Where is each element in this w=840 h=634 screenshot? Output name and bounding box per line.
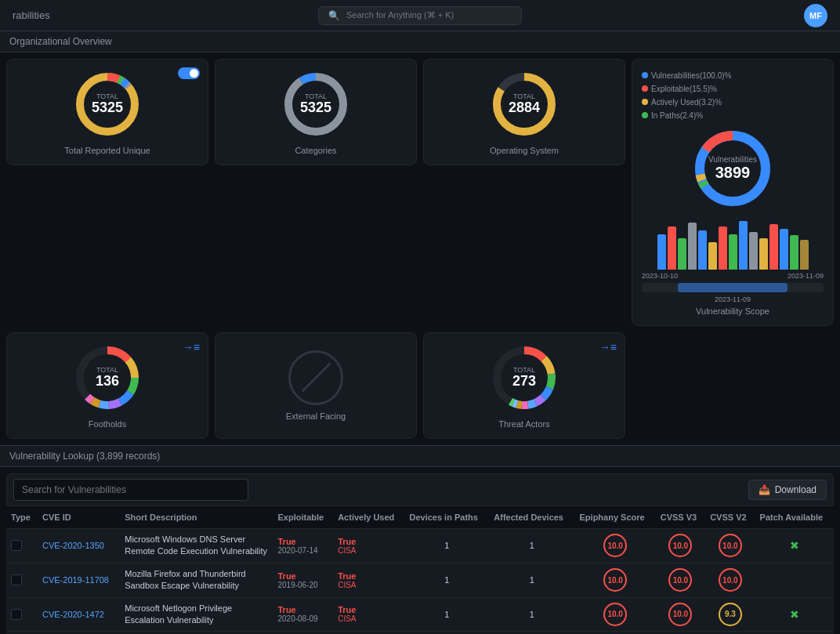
col-description: Short Description xyxy=(120,506,273,529)
donut-threat-actors-center: TOTAL 273 xyxy=(512,366,536,389)
exploitable-date: 2019-06-20 xyxy=(277,581,328,589)
table-toolbar: 📥 Download xyxy=(6,473,834,506)
cell-description: Microsoft Windows DNS Server Remote Code… xyxy=(120,529,273,563)
cell-description: Microsoft Netlogon Privilege Escalation … xyxy=(120,597,273,632)
cell-patch xyxy=(755,563,834,597)
cell-exploitable: True 2019-06-20 xyxy=(273,563,333,597)
actively-used-org: CISA xyxy=(338,546,400,555)
cell-cvss-v2: 10.0 xyxy=(705,529,755,563)
cell-affected-devices: 1 xyxy=(489,563,574,597)
card-categories: TOTAL 5325 Categories xyxy=(215,59,417,165)
threat-actors-arrow-icon[interactable]: →≡ xyxy=(599,341,617,353)
cell-cvss-v3: 10.0 xyxy=(656,563,705,597)
chart-date-labels: 2023-10-10 2023-11-09 xyxy=(642,272,824,280)
card-footholds: →≡ TOTAL 136 Footholds xyxy=(6,332,208,439)
row-checkbox[interactable] xyxy=(11,540,22,551)
search-icon: 🔍 xyxy=(328,10,340,21)
epiphany-score-circle: 10.0 xyxy=(603,568,627,592)
vulnerability-table: Type CVE ID Short Description Exploitabl… xyxy=(6,506,834,634)
actively-used-true: True xyxy=(338,537,400,546)
cell-description: Mozilla Firefox and Thunderbird Sandbox … xyxy=(120,563,273,597)
vuln-donut: Vulnerabilities 3899 xyxy=(690,125,776,212)
col-exploitable: Exploitable xyxy=(273,506,333,529)
actively-used-org: CISA xyxy=(338,581,400,589)
global-search[interactable]: 🔍 Search for Anything (⌘ + K) xyxy=(318,6,522,25)
col-epiphany-score: Epiphany Score xyxy=(575,506,656,529)
bar-chart: 2023-10-10 2023-11-09 2023-11-09 xyxy=(642,215,824,303)
col-affected-devices: Affected Devices xyxy=(489,506,574,529)
avatar[interactable]: MF xyxy=(804,4,827,27)
cvss-v2-circle: 10.0 xyxy=(719,534,742,557)
card-categories-label: Categories xyxy=(295,146,336,155)
cell-affected-devices: 1 xyxy=(489,529,574,563)
cards-row-1: TOTAL 5325 Total Reported Unique TOTAL 5… xyxy=(0,53,840,332)
table-section: 📥 Download Type CVE ID Short Description… xyxy=(0,467,840,634)
cell-type xyxy=(6,529,38,563)
vulnerability-scope-title: Vulnerability Scope xyxy=(642,306,824,316)
epiphany-score-circle: 10.0 xyxy=(603,603,627,626)
lookup-header: Vulnerability Lookup (3,899 records) xyxy=(0,445,840,467)
cvss-v3-circle: 10.0 xyxy=(668,534,692,557)
cell-cvss-v3: 10.0 xyxy=(656,529,705,563)
card-vulnerability-scope: Vulnerabilities(100.0)% Exploitable(15.5… xyxy=(632,59,834,326)
table-body: CVE-2020-1350 Microsoft Windows DNS Serv… xyxy=(6,529,834,635)
vuln-donut-label: Vulnerabilities xyxy=(708,155,757,164)
exploitable-date: 2020-07-14 xyxy=(277,546,328,555)
table-wrapper: Type CVE ID Short Description Exploitabl… xyxy=(6,506,834,634)
app-header: rabilities 🔍 Search for Anything (⌘ + K)… xyxy=(0,0,840,31)
row-checkbox[interactable] xyxy=(11,609,22,620)
scope-slider[interactable] xyxy=(642,283,824,292)
toggle-switch[interactable] xyxy=(178,67,200,79)
cvss-v2-circle: 9.3 xyxy=(719,603,742,626)
actively-used-true: True xyxy=(338,571,400,581)
card-threat-actors: →≡ TOTAL 273 Threat Actors xyxy=(423,332,625,439)
card-external-facing-label: External Facing xyxy=(286,411,346,421)
actively-used-org: CISA xyxy=(338,614,400,623)
row-checkbox[interactable] xyxy=(11,574,22,585)
col-cve-id: CVE ID xyxy=(38,506,120,529)
no-data-indicator xyxy=(288,350,343,405)
cell-affected-devices: 1 xyxy=(489,597,574,632)
download-button[interactable]: 📥 Download xyxy=(748,480,827,500)
download-icon: 📥 xyxy=(759,484,770,495)
actively-used-true: True xyxy=(338,605,400,614)
donut-footholds: TOTAL 136 xyxy=(72,342,143,413)
card-total-reported-label: Total Reported Unique xyxy=(64,146,150,155)
vuln-donut-number: 3899 xyxy=(708,164,757,182)
table-header-row: Type CVE ID Short Description Exploitabl… xyxy=(6,506,834,529)
donut-footholds-center: TOTAL 136 xyxy=(96,366,119,389)
donut-os: TOTAL 2884 xyxy=(489,69,559,139)
cell-epiphany-score: 10.0 xyxy=(575,597,656,632)
cell-epiphany-score: 10.0 xyxy=(575,563,656,597)
cell-type xyxy=(6,563,38,597)
cell-cvss-v2: 10.0 xyxy=(705,563,755,597)
footholds-arrow-icon[interactable]: →≡ xyxy=(183,341,200,353)
exploitable-true: True xyxy=(277,605,328,614)
cell-cve-id: CVE-2020-1350 xyxy=(38,529,120,563)
cell-cvss-v3: 10.0 xyxy=(656,597,705,632)
cell-exploitable: True 2020-07-14 xyxy=(273,529,333,563)
card-total-reported: TOTAL 5325 Total Reported Unique xyxy=(6,59,208,165)
vuln-legend: Vulnerabilities(100.0)% Exploitable(15.5… xyxy=(642,69,824,122)
col-cvss-v3: CVSS V3 xyxy=(656,506,705,529)
download-label: Download xyxy=(775,484,816,495)
exploitable-true: True xyxy=(277,571,328,581)
donut-categories: TOTAL 5325 xyxy=(281,69,351,139)
lookup-title: Vulnerability Lookup (3,899 records) xyxy=(9,451,160,462)
cell-actively-used: True CISA xyxy=(333,597,404,632)
col-actively-used: Actively Used xyxy=(333,506,404,529)
app-title: rabilities xyxy=(13,9,50,21)
cards-row-2: →≡ TOTAL 136 Footholds xyxy=(0,332,840,445)
cell-actively-used: True CISA xyxy=(333,529,404,563)
card-threat-actors-label: Threat Actors xyxy=(498,419,549,429)
cell-cve-id: CVE-2020-1472 xyxy=(38,597,120,632)
scope-date: 2023-11-09 xyxy=(642,295,824,303)
cell-patch: ✖ xyxy=(755,529,834,563)
table-row: CVE-2019-11708 Mozilla Firefox and Thund… xyxy=(6,563,834,597)
col-devices-paths: Devices in Paths xyxy=(404,506,489,529)
cell-actively-used: True CISA xyxy=(333,563,404,597)
col-type: Type xyxy=(6,506,38,529)
cell-devices-paths: 1 xyxy=(404,529,489,563)
search-vulnerabilities-input[interactable] xyxy=(13,479,248,501)
cell-type xyxy=(6,597,38,632)
